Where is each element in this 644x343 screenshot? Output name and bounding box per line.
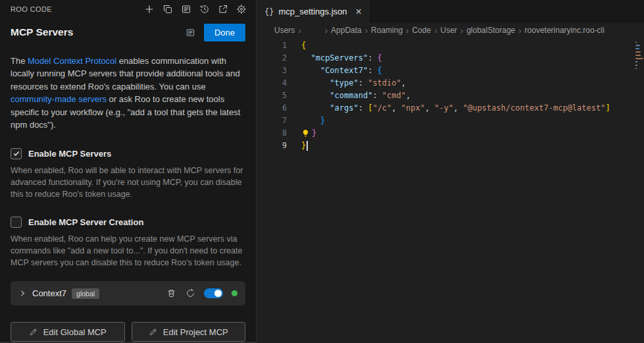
line-number: 5 bbox=[257, 90, 287, 102]
community-servers-link[interactable]: community-made servers bbox=[11, 94, 107, 104]
code-line[interactable]: 2 "mcpServers": { bbox=[257, 52, 644, 65]
line-number: 8 bbox=[257, 127, 287, 140]
toggle-knob bbox=[214, 290, 222, 297]
minimap[interactable] bbox=[634, 38, 644, 343]
edit-buttons-row: Edit Global MCP Edit Project MCP bbox=[11, 322, 245, 342]
minimap-mark bbox=[635, 61, 637, 63]
server-scope-badge: global bbox=[72, 288, 99, 299]
intro-text-part-1: The bbox=[11, 56, 28, 66]
mcp-header-row: MCP Servers Done bbox=[0, 18, 256, 41]
code-line[interactable]: 5 "command": "cmd", bbox=[257, 90, 644, 102]
server-list-icon[interactable] bbox=[179, 2, 193, 16]
history-icon[interactable] bbox=[197, 2, 211, 16]
enable-creation-checkbox[interactable] bbox=[11, 217, 22, 228]
code-lines: 1{2 "mcpServers": {3 "Context7": {4 "typ… bbox=[257, 40, 644, 152]
minimap-mark bbox=[635, 51, 641, 53]
minimap-mark bbox=[635, 55, 641, 56]
minimap-mark bbox=[635, 41, 637, 43]
plus-icon[interactable] bbox=[142, 2, 156, 16]
mcp-settings-panel: The Model Context Protocol enables commu… bbox=[0, 41, 256, 342]
line-content: "Context7": { bbox=[301, 65, 382, 77]
code-line[interactable]: 6 "args": ["/c", "npx", "-y", "@upstash/… bbox=[257, 102, 644, 115]
trash-icon[interactable] bbox=[164, 286, 178, 300]
code-line[interactable]: 3 "Context7": { bbox=[257, 65, 644, 77]
breadcrumb-item[interactable]: User bbox=[440, 26, 457, 35]
breadcrumb-item[interactable]: AppData bbox=[331, 26, 362, 35]
brand-label: ROO CODE bbox=[11, 5, 52, 13]
server-enabled-toggle[interactable] bbox=[204, 288, 223, 298]
sidebar-topbar: ROO CODE bbox=[0, 0, 256, 18]
code-line[interactable]: 8} bbox=[257, 127, 644, 140]
line-number: 6 bbox=[257, 102, 287, 115]
breadcrumb-item[interactable]: Code bbox=[412, 26, 431, 35]
enable-creation-label: Enable MCP Server Creation bbox=[28, 217, 143, 227]
mcp-marketplace-icon[interactable] bbox=[184, 26, 197, 40]
edit-project-mcp-button[interactable]: Edit Project MCP bbox=[132, 322, 246, 342]
breadcrumb-separator-icon: › bbox=[518, 26, 521, 36]
breadcrumb-item[interactable]: Users bbox=[274, 26, 295, 35]
model-context-protocol-link[interactable]: Model Context Protocol bbox=[28, 56, 116, 66]
server-row-context7[interactable]: Context7 global bbox=[11, 281, 245, 305]
line-content: "args": ["/c", "npx", "-y", "@upstash/co… bbox=[301, 102, 610, 115]
edit-global-mcp-button[interactable]: Edit Global MCP bbox=[11, 322, 125, 342]
enable-creation-row: Enable MCP Server Creation bbox=[11, 217, 245, 228]
code-line[interactable]: 4 "type": "stdio", bbox=[257, 77, 644, 90]
line-content: { bbox=[301, 40, 306, 52]
minimap-mark bbox=[635, 65, 637, 66]
code-line[interactable]: 1{ bbox=[257, 40, 644, 52]
enable-mcp-row: Enable MCP Servers bbox=[11, 148, 245, 159]
text-cursor bbox=[307, 141, 308, 151]
minimap-mark bbox=[635, 58, 643, 59]
line-content: "command": "cmd", bbox=[301, 90, 410, 102]
intro-text: The Model Context Protocol enables commu… bbox=[11, 55, 245, 132]
gear-icon[interactable] bbox=[234, 2, 248, 16]
code-editor[interactable]: 1{2 "mcpServers": {3 "Context7": {4 "typ… bbox=[257, 38, 644, 343]
tab-mcp-settings-json[interactable]: {} mcp_settings.json × bbox=[257, 0, 369, 23]
line-number: 4 bbox=[257, 77, 287, 90]
minimap-mark bbox=[635, 48, 639, 49]
breadcrumb-separator-icon: › bbox=[365, 26, 368, 36]
breadcrumb-separator-icon: › bbox=[460, 26, 463, 36]
line-number: 1 bbox=[257, 40, 287, 52]
tab-close-icon[interactable]: × bbox=[356, 7, 362, 17]
line-content: } bbox=[301, 115, 325, 127]
open-external-icon[interactable] bbox=[216, 2, 230, 16]
edit-project-mcp-label: Edit Project MCP bbox=[163, 327, 228, 337]
enable-creation-description: When enabled, Roo can help you create ne… bbox=[11, 233, 245, 269]
refresh-icon[interactable] bbox=[184, 286, 197, 300]
server-status-dot bbox=[232, 290, 237, 296]
breadcrumb-item[interactable]: Roaming bbox=[371, 26, 403, 35]
page-title: MCP Servers bbox=[11, 26, 184, 38]
json-file-icon: {} bbox=[264, 7, 274, 16]
enable-mcp-label: Enable MCP Servers bbox=[28, 149, 111, 159]
enable-mcp-description: When enabled, Roo will be able to intera… bbox=[11, 165, 245, 200]
line-content: } bbox=[301, 127, 316, 140]
done-button[interactable]: Done bbox=[204, 24, 245, 41]
breadcrumb-item[interactable]: rooveterinaryinc.roo-cli bbox=[525, 26, 605, 35]
enable-mcp-checkbox[interactable] bbox=[11, 148, 22, 159]
code-line[interactable]: 7 } bbox=[257, 115, 644, 127]
server-name: Context7 bbox=[32, 288, 66, 298]
topbar-icons bbox=[142, 2, 248, 16]
code-line[interactable]: 9} bbox=[257, 140, 644, 152]
breadcrumb-separator-icon: › bbox=[325, 26, 328, 36]
breadcrumb-separator-icon: › bbox=[298, 26, 301, 36]
lightbulb-icon[interactable] bbox=[301, 129, 312, 138]
chevron-right-icon[interactable] bbox=[18, 289, 27, 298]
minimap-mark bbox=[635, 68, 637, 69]
tab-label: mcp_settings.json bbox=[278, 7, 347, 16]
line-number: 3 bbox=[257, 65, 287, 77]
line-content: } bbox=[301, 140, 308, 152]
line-number: 7 bbox=[257, 115, 287, 127]
editor-tabbar: {} mcp_settings.json × bbox=[257, 0, 644, 23]
breadcrumb-separator-icon: › bbox=[434, 26, 437, 36]
breadcrumb-item[interactable]: globalStorage bbox=[466, 26, 515, 35]
roo-code-sidebar: ROO CODE bbox=[0, 0, 257, 343]
app-window: ROO CODE bbox=[0, 0, 644, 343]
editor-group: {} mcp_settings.json × Users››AppData›Ro… bbox=[257, 0, 644, 343]
pencil-icon bbox=[149, 327, 158, 336]
pencil-icon bbox=[29, 327, 38, 336]
line-content: "type": "stdio", bbox=[301, 77, 406, 90]
edit-global-mcp-label: Edit Global MCP bbox=[43, 327, 107, 337]
copy-icon[interactable] bbox=[161, 2, 174, 16]
